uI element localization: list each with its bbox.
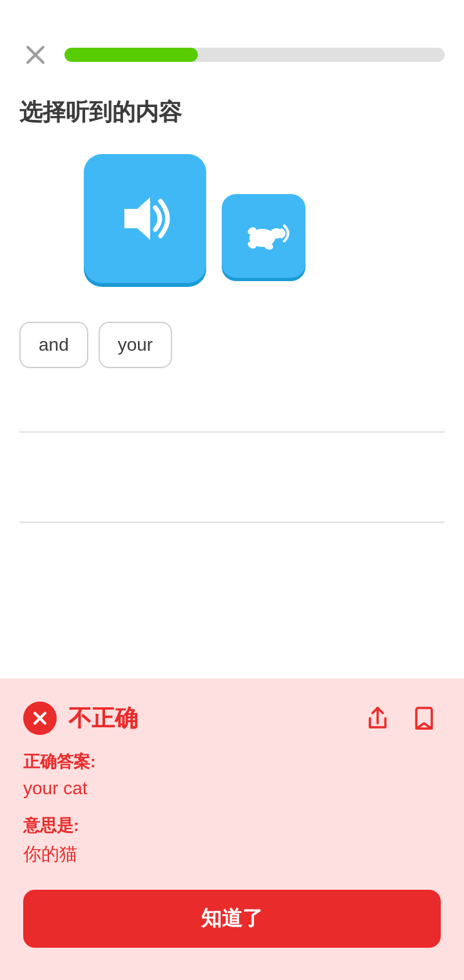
incorrect-icon: [23, 701, 57, 735]
close-button[interactable]: [19, 39, 52, 71]
correct-answer-value: your cat: [23, 778, 441, 799]
meaning-value: 你的猫: [23, 842, 441, 867]
result-actions: [361, 701, 441, 735]
got-it-button[interactable]: 知道了: [23, 890, 441, 948]
word-chip-your[interactable]: your: [99, 322, 172, 368]
progress-bar-container: [64, 48, 445, 62]
result-title: 不正确: [68, 703, 138, 734]
result-header: 不正确: [23, 701, 441, 735]
header: [0, 0, 464, 84]
progress-bar-fill: [64, 48, 198, 62]
word-chip-and[interactable]: and: [19, 322, 88, 368]
question-title: 选择听到的内容: [0, 84, 464, 148]
answer-line-2: [19, 478, 445, 523]
slow-speed-audio-button[interactable]: [222, 194, 305, 278]
word-choices: and your: [0, 309, 464, 381]
audio-buttons-area: [0, 148, 464, 309]
svg-marker-2: [124, 197, 150, 240]
correct-answer-label: 正确答案:: [23, 750, 441, 773]
result-panel: 不正确 正确答案: your cat 意思是: 你的猫 知道了: [0, 678, 464, 980]
share-button[interactable]: [361, 701, 394, 735]
answer-line-1: [19, 387, 445, 433]
answer-lines: [0, 381, 464, 529]
result-header-left: 不正确: [23, 701, 138, 735]
bookmark-button[interactable]: [407, 701, 441, 735]
normal-speed-audio-button[interactable]: [84, 154, 206, 283]
meaning-label: 意思是:: [23, 814, 441, 837]
svg-rect-10: [416, 708, 432, 729]
